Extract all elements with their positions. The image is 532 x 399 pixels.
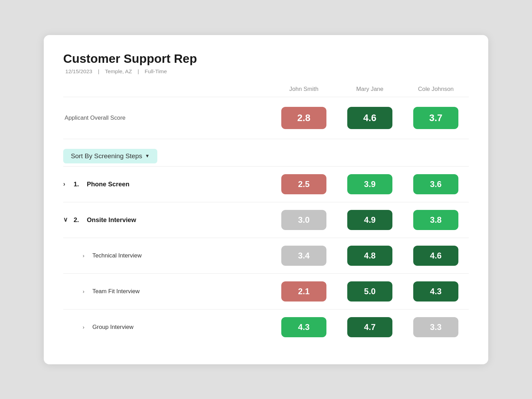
overall-score-0: 2.8 — [281, 107, 326, 129]
step-0-score-0: 2.5 — [281, 174, 326, 194]
main-card: Customer Support Rep 12/15/2023 | Temple… — [44, 35, 488, 364]
meta-sep1: | — [98, 68, 99, 74]
substep-chevron-1: › — [83, 288, 89, 294]
sort-button[interactable]: Sort By Screening Steps ▼ — [63, 149, 157, 163]
job-title: Customer Support Rep — [63, 52, 469, 66]
candidates-header: John Smith Mary Jane Cole Johnson — [63, 86, 469, 97]
step-num-0: 1. — [74, 180, 83, 188]
substep-1-score-0: 2.1 — [281, 281, 326, 302]
job-type: Full-Time — [145, 68, 167, 74]
substep-name-0: Technical Interview — [92, 252, 142, 259]
substep-2-score-1: 4.7 — [347, 317, 392, 337]
step-1-score-0: 3.0 — [281, 210, 326, 230]
job-location: Temple, AZ — [105, 68, 132, 74]
overall-score-1: 4.6 — [347, 107, 392, 129]
substep-1-score-2: 4.3 — [413, 281, 458, 302]
step-name-0: Phone Screen — [87, 180, 130, 188]
step-chevron-1: ∨ — [63, 216, 70, 223]
step-1-score-2: 3.8 — [413, 210, 458, 230]
overall-score-row: Applicant Overall Score 2.8 4.6 3.7 — [63, 97, 469, 139]
step-label-0: › 1. Phone Screen — [63, 180, 271, 188]
substep-label-1: › Team Fit Interview — [63, 288, 271, 295]
substep-0-score-2: 4.6 — [413, 246, 458, 266]
step-label-1: ∨ 2. Onsite Interview — [63, 216, 271, 224]
substep-label-0: › Technical Interview — [63, 252, 271, 259]
substep-row-1: › Team Fit Interview 2.1 5.0 4.3 — [63, 273, 469, 309]
substep-chevron-2: › — [83, 324, 89, 330]
candidate-name-0: John Smith — [271, 86, 337, 97]
substep-2-score-0: 4.3 — [281, 317, 326, 337]
step-0-score-2: 3.6 — [413, 174, 458, 194]
substep-label-2: › Group Interview — [63, 324, 271, 331]
substep-row-0: › Technical Interview 3.4 4.8 4.6 — [63, 238, 469, 273]
job-meta: 12/15/2023 | Temple, AZ | Full-Time — [63, 68, 469, 75]
step-0-score-1: 3.9 — [347, 174, 392, 194]
overall-score-label: Applicant Overall Score — [63, 114, 271, 121]
substep-2-score-2: 3.3 — [413, 317, 458, 337]
substep-0-score-1: 4.8 — [347, 246, 392, 266]
job-date: 12/15/2023 — [65, 68, 92, 74]
step-name-1: Onsite Interview — [87, 216, 136, 224]
step-1-score-1: 4.9 — [347, 210, 392, 230]
step-chevron-0: › — [63, 180, 70, 188]
overall-score-2: 3.7 — [413, 107, 458, 129]
substep-1-score-1: 5.0 — [347, 281, 392, 302]
substep-0-score-0: 3.4 — [281, 246, 326, 266]
substep-row-2: › Group Interview 4.3 4.7 3.3 — [63, 309, 469, 345]
step-num-1: 2. — [74, 216, 83, 224]
substep-name-1: Team Fit Interview — [92, 288, 140, 295]
step-row-0: › 1. Phone Screen 2.5 3.9 3.6 — [63, 166, 469, 202]
sort-button-label: Sort By Screening Steps — [71, 152, 142, 160]
candidate-name-2: Cole Johnson — [403, 86, 469, 97]
candidate-name-1: Mary Jane — [337, 86, 403, 97]
sort-section: Sort By Screening Steps ▼ — [63, 139, 469, 166]
sort-chevron-icon: ▼ — [145, 153, 149, 159]
step-row-1: ∨ 2. Onsite Interview 3.0 4.9 3.8 — [63, 202, 469, 238]
substep-name-2: Group Interview — [92, 324, 133, 331]
meta-sep2: | — [138, 68, 139, 74]
substep-chevron-0: › — [83, 253, 89, 258]
